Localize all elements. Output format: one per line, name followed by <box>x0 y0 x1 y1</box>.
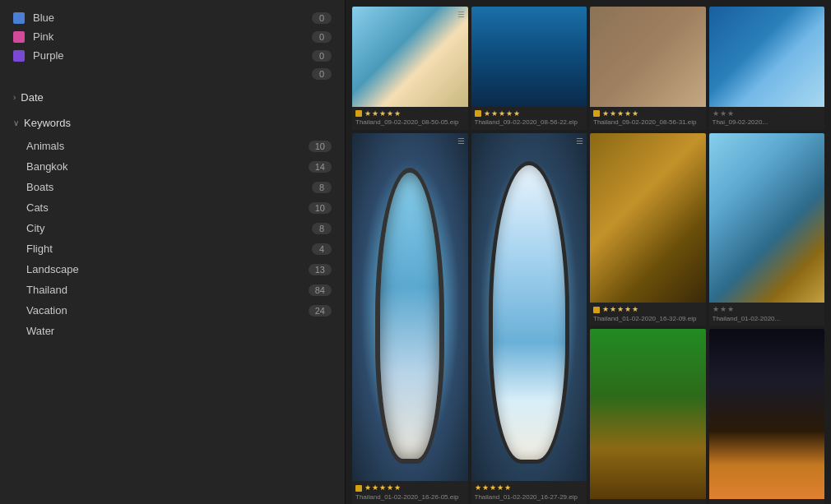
purple-count: 0 <box>312 50 332 62</box>
color-section: Blue 0 Pink 0 Purple 0 0 <box>0 7 345 85</box>
purple-swatch <box>13 50 25 62</box>
photo-thumb-4 <box>709 7 825 107</box>
keyword-count-city: 8 <box>312 223 332 234</box>
color-item-blue[interactable]: Blue 0 <box>0 8 345 27</box>
stars-7: ★★★★★ <box>602 305 639 315</box>
keyword-label-city: City <box>26 222 44 234</box>
filename-3: Thailand_09-02-2020_08-56-31.eip <box>593 118 703 127</box>
keyword-city[interactable]: City 8 <box>0 218 345 238</box>
photo-grid: ☰ ★★★★★ Thailand_09-02-2020_08-50-05.eip… <box>352 7 824 504</box>
filename-6: Thailand_01-02-2020_16-27-29.eip <box>475 493 584 502</box>
filename-4: Thai_09-02-2020... <box>713 118 822 127</box>
keyword-landscape[interactable]: Landscape 13 <box>0 259 345 280</box>
photo-meta-10 <box>709 499 825 504</box>
photo-meta-5: ★★★★★ Thailand_01-02-2020_16-26-05.eip <box>352 481 468 504</box>
yellow-badge-2 <box>475 110 481 117</box>
keyword-label-flight: Flight <box>26 243 53 255</box>
keyword-thailand[interactable]: Thailand 84 <box>0 280 345 300</box>
stars-1: ★★★★★ <box>364 109 402 119</box>
keyword-count-boats: 8 <box>312 182 332 193</box>
keywords-section-header[interactable]: ∨ Keywords <box>0 110 345 136</box>
photo-thumb-9 <box>590 329 706 499</box>
keyword-count-flight: 4 <box>312 243 332 255</box>
keywords-section-label: Keywords <box>24 117 71 129</box>
photo-grid-container: ☰ ★★★★★ Thailand_09-02-2020_08-50-05.eip… <box>346 0 831 504</box>
stars-4: ★★★ <box>713 109 735 119</box>
stars-6: ★★★★★ <box>475 483 512 493</box>
photo-thumb-8 <box>709 133 825 303</box>
color-item-purple[interactable]: Purple 0 <box>0 46 345 65</box>
photo-cell-8[interactable]: ★★★ Thailand_01-02-2020... <box>709 133 825 326</box>
photo-meta-7: ★★★★★ Thailand_01-02-2020_16-32-09.eip <box>590 303 706 326</box>
photo-meta-6: ★★★★★ Thailand_01-02-2020_16-27-29.eip <box>471 481 587 504</box>
pink-swatch <box>13 31 25 43</box>
blue-swatch <box>13 12 25 24</box>
stars-8: ★★★ <box>713 305 735 315</box>
photo-meta-3: ★★★★★ Thailand_09-02-2020_08-56-31.eip <box>590 107 706 130</box>
doc-icon-5: ☰ <box>457 136 465 146</box>
keyword-cats[interactable]: Cats 10 <box>0 197 345 218</box>
color-label-pink: Pink <box>33 30 53 43</box>
photo-meta-2: ★★★★★ Thailand_09-02-2020_08-56-22.eip <box>471 107 587 130</box>
photo-meta-1: ★★★★★ Thailand_09-02-2020_08-50-05.eip <box>352 107 468 130</box>
doc-icon-1: ☰ <box>457 10 465 19</box>
keyword-count-vacation: 24 <box>309 305 332 317</box>
keywords-arrow-icon: ∨ <box>13 118 19 127</box>
keyword-count-animals: 10 <box>309 141 332 152</box>
stars-3: ★★★★★ <box>602 109 639 119</box>
photo-cell-1[interactable]: ☰ ★★★★★ Thailand_09-02-2020_08-50-05.eip <box>352 7 468 130</box>
keyword-bangkok[interactable]: Bangkok 14 <box>0 156 345 177</box>
date-section-header[interactable]: › Date <box>0 85 345 110</box>
keyword-label-vacation: Vacation <box>26 304 67 317</box>
photo-meta-9 <box>590 499 706 504</box>
photo-cell-6[interactable]: ☰ ★★★★★ Thailand_01-02-2020_16-27-29.eip <box>471 133 587 504</box>
keyword-vacation[interactable]: Vacation 24 <box>0 300 345 321</box>
pink-count: 0 <box>312 31 332 43</box>
extra-zero-row: 0 <box>0 65 345 83</box>
filename-8: Thailand_01-02-2020... <box>713 315 822 323</box>
photo-meta-4: ★★★ Thai_09-02-2020... <box>709 107 825 130</box>
photo-thumb-10 <box>709 329 825 499</box>
photo-thumb-5: ☰ <box>352 133 468 481</box>
yellow-badge-1 <box>355 110 362 117</box>
yellow-badge-5 <box>355 485 362 492</box>
yellow-badge-7 <box>593 307 600 313</box>
date-section-label: Date <box>21 91 43 104</box>
blue-count: 0 <box>312 12 332 24</box>
photo-thumb-7 <box>590 133 706 303</box>
keyword-label-thailand: Thailand <box>26 284 67 296</box>
photo-cell-10[interactable] <box>709 329 825 504</box>
keyword-count-bangkok: 14 <box>309 161 332 173</box>
keyword-count-landscape: 13 <box>309 264 332 275</box>
keyword-label-boats: Boats <box>26 181 53 193</box>
filename-7: Thailand_01-02-2020_16-32-09.eip <box>593 315 703 323</box>
photo-cell-9[interactable] <box>590 329 706 504</box>
doc-icon-6: ☰ <box>576 136 583 146</box>
extra-zero-count: 0 <box>312 68 332 80</box>
keyword-label-water: Water <box>26 325 54 337</box>
photo-thumb-1: ☰ <box>352 7 468 107</box>
photo-cell-2[interactable]: ★★★★★ Thailand_09-02-2020_08-56-22.eip <box>471 7 587 130</box>
photo-cell-4[interactable]: ★★★ Thai_09-02-2020... <box>709 7 825 130</box>
photo-meta-8: ★★★ Thailand_01-02-2020... <box>709 303 825 326</box>
photo-cell-5[interactable]: ☰ ★★★★★ Thailand_01-02-2020_16-26-05.eip <box>352 133 468 504</box>
color-label-purple: Purple <box>33 49 64 62</box>
photo-thumb-2 <box>471 7 587 107</box>
keyword-water[interactable]: Water <box>0 321 345 341</box>
stars-5: ★★★★★ <box>364 483 402 493</box>
photo-thumb-6: ☰ <box>471 133 587 481</box>
keyword-animals[interactable]: Animals 10 <box>0 136 345 156</box>
date-arrow-icon: › <box>13 93 16 102</box>
keyword-count-thailand: 84 <box>309 284 332 296</box>
keyword-count-cats: 10 <box>309 202 332 214</box>
color-label-blue: Blue <box>33 12 54 24</box>
keyword-boats[interactable]: Boats 8 <box>0 177 345 197</box>
keyword-label-landscape: Landscape <box>26 263 79 275</box>
photo-cell-7[interactable]: ★★★★★ Thailand_01-02-2020_16-32-09.eip <box>590 133 706 326</box>
keyword-flight[interactable]: Flight 4 <box>0 238 345 259</box>
keyword-label-bangkok: Bangkok <box>26 160 68 173</box>
photo-cell-3[interactable]: ★★★★★ Thailand_09-02-2020_08-56-31.eip <box>590 7 706 130</box>
keyword-label-cats: Cats <box>26 201 49 214</box>
photo-thumb-3 <box>590 7 706 107</box>
color-item-pink[interactable]: Pink 0 <box>0 27 345 46</box>
